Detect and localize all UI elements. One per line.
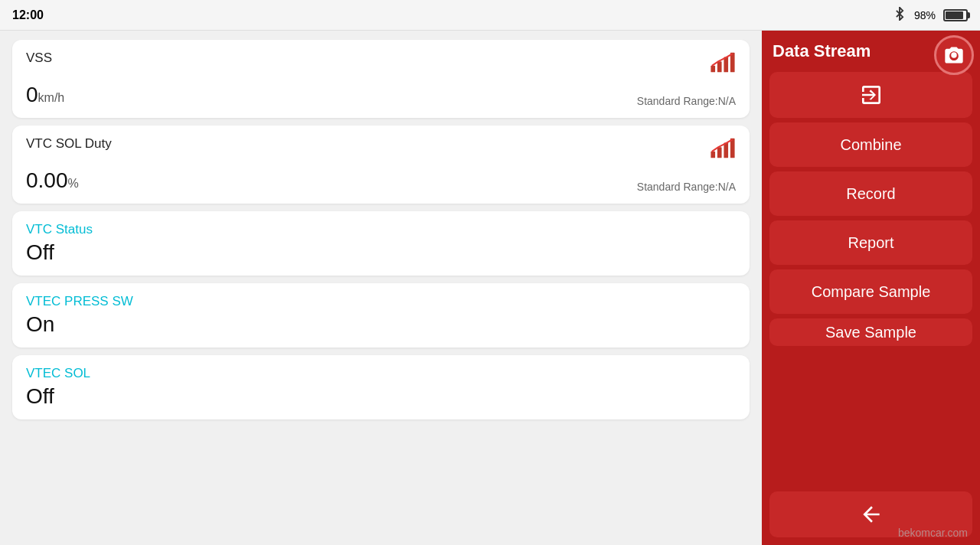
data-card: VTEC SOL Off bbox=[12, 355, 750, 419]
main-layout: VSS 0km/h Standard Range:N/A bbox=[0, 31, 980, 545]
combine-button[interactable]: Combine bbox=[769, 122, 972, 167]
chart-icon bbox=[710, 51, 736, 80]
compare-sample-button[interactable]: Compare Sample bbox=[769, 269, 972, 314]
card-bottom: 0km/h Standard Range:N/A bbox=[26, 80, 736, 107]
svg-rect-5 bbox=[710, 152, 715, 158]
svg-rect-1 bbox=[710, 66, 715, 73]
data-card: VTC Status Off bbox=[12, 211, 750, 276]
card-unit: % bbox=[68, 177, 79, 190]
export-icon bbox=[859, 83, 884, 107]
time-display: 12:00 bbox=[12, 8, 44, 22]
svg-rect-7 bbox=[724, 143, 728, 158]
bluetooth-icon bbox=[893, 7, 906, 23]
screenshot-button[interactable] bbox=[934, 35, 974, 75]
card-bottom: 0.00% Standard Range:N/A bbox=[26, 165, 736, 193]
card-label: VTEC SOL bbox=[26, 366, 90, 381]
camera-icon bbox=[943, 44, 965, 66]
content-area: VSS 0km/h Standard Range:N/A bbox=[0, 31, 762, 545]
card-header: VTC Status bbox=[26, 222, 736, 237]
sidebar-title: Data Stream bbox=[773, 41, 871, 61]
status-right: 98% bbox=[893, 7, 968, 23]
back-button[interactable] bbox=[769, 491, 972, 537]
export-button[interactable] bbox=[769, 72, 972, 118]
card-range: Standard Range:N/A bbox=[637, 95, 736, 107]
status-bar: 12:00 98% bbox=[0, 0, 980, 31]
card-label: VTEC PRESS SW bbox=[26, 294, 133, 309]
card-header: VSS bbox=[26, 51, 736, 80]
report-button[interactable]: Report bbox=[769, 220, 972, 265]
card-range: Standard Range:N/A bbox=[637, 181, 736, 193]
card-label: VSS bbox=[26, 51, 52, 66]
card-value: On bbox=[26, 312, 736, 337]
svg-rect-2 bbox=[717, 61, 722, 72]
back-icon bbox=[859, 502, 884, 527]
chart-icon bbox=[710, 136, 736, 165]
sidebar: Data Stream Combine Record Report Compar… bbox=[762, 31, 980, 545]
svg-rect-8 bbox=[730, 139, 735, 158]
card-value: 0.00% bbox=[26, 168, 79, 193]
svg-rect-4 bbox=[730, 53, 735, 73]
battery-indicator bbox=[943, 9, 968, 21]
svg-rect-3 bbox=[724, 57, 728, 73]
save-sample-partial[interactable]: Save Sample bbox=[769, 318, 972, 346]
card-label: VTC Status bbox=[26, 222, 93, 237]
card-header: VTEC SOL bbox=[26, 366, 736, 381]
data-card: VSS 0km/h Standard Range:N/A bbox=[12, 40, 750, 118]
card-value: Off bbox=[26, 240, 736, 265]
card-label: VTC SOL Duty bbox=[26, 136, 112, 152]
data-card: VTEC PRESS SW On bbox=[12, 283, 750, 348]
battery-percent: 98% bbox=[914, 9, 936, 21]
card-value: 0km/h bbox=[26, 83, 64, 107]
card-header: VTEC PRESS SW bbox=[26, 294, 736, 309]
data-card: VTC SOL Duty 0.00% Standard Range:N/A bbox=[12, 126, 750, 204]
record-button[interactable]: Record bbox=[769, 171, 972, 216]
card-value: Off bbox=[26, 384, 736, 409]
card-unit: km/h bbox=[38, 91, 65, 104]
card-header: VTC SOL Duty bbox=[26, 136, 736, 165]
status-left: 12:00 bbox=[12, 8, 51, 22]
svg-rect-6 bbox=[717, 147, 722, 158]
